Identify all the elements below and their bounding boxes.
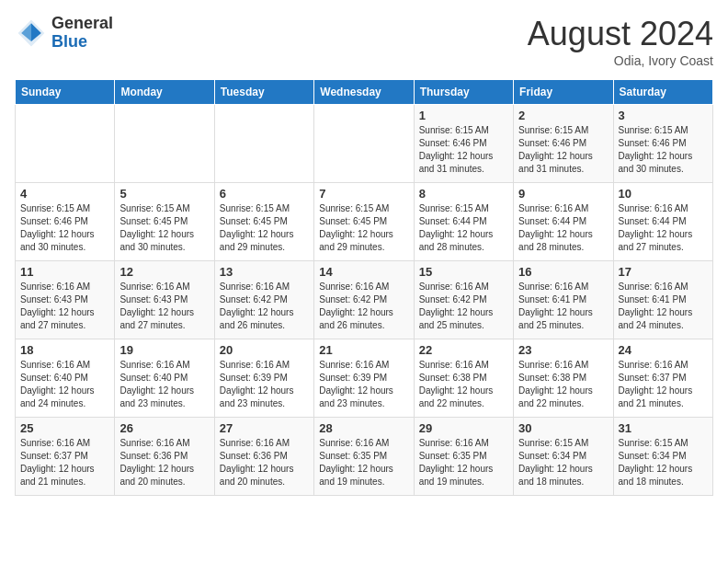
- day-detail: Sunrise: 6:16 AM Sunset: 6:43 PM Dayligh…: [20, 281, 109, 332]
- calendar-table: SundayMondayTuesdayWednesdayThursdayFrid…: [15, 79, 713, 496]
- header-cell-friday: Friday: [514, 80, 613, 105]
- day-number: 18: [20, 343, 109, 357]
- day-detail: Sunrise: 6:15 AM Sunset: 6:45 PM Dayligh…: [220, 202, 309, 254]
- day-cell: 1Sunrise: 6:15 AM Sunset: 6:46 PM Daylig…: [414, 105, 513, 183]
- day-detail: Sunrise: 6:16 AM Sunset: 6:44 PM Dayligh…: [619, 202, 708, 254]
- day-detail: Sunrise: 6:15 AM Sunset: 6:45 PM Dayligh…: [319, 202, 408, 254]
- header-row: SundayMondayTuesdayWednesdayThursdayFrid…: [16, 80, 713, 105]
- day-detail: Sunrise: 6:16 AM Sunset: 6:42 PM Dayligh…: [319, 281, 408, 332]
- logo-icon: [15, 17, 48, 50]
- logo-general: General: [51, 14, 113, 32]
- day-cell: 29Sunrise: 6:16 AM Sunset: 6:35 PM Dayli…: [414, 418, 513, 496]
- day-detail: Sunrise: 6:16 AM Sunset: 6:40 PM Dayligh…: [119, 359, 209, 410]
- day-cell: 7Sunrise: 6:15 AM Sunset: 6:45 PM Daylig…: [314, 183, 414, 261]
- day-detail: Sunrise: 6:16 AM Sunset: 6:36 PM Dayligh…: [220, 437, 309, 488]
- page-title: August 2024: [528, 15, 713, 53]
- day-number: 22: [419, 343, 508, 357]
- day-cell: 3Sunrise: 6:15 AM Sunset: 6:46 PM Daylig…: [613, 105, 712, 183]
- day-cell: 9Sunrise: 6:16 AM Sunset: 6:44 PM Daylig…: [514, 183, 613, 261]
- day-number: 4: [20, 187, 109, 201]
- day-number: 15: [419, 265, 508, 279]
- logo-text: General Blue: [51, 15, 113, 52]
- week-row-2: 4Sunrise: 6:15 AM Sunset: 6:46 PM Daylig…: [16, 183, 713, 261]
- day-cell: 6Sunrise: 6:15 AM Sunset: 6:45 PM Daylig…: [214, 183, 313, 261]
- day-detail: Sunrise: 6:15 AM Sunset: 6:46 PM Dayligh…: [419, 124, 508, 176]
- calendar-body: 1Sunrise: 6:15 AM Sunset: 6:46 PM Daylig…: [16, 105, 713, 496]
- day-cell: 15Sunrise: 6:16 AM Sunset: 6:42 PM Dayli…: [414, 261, 513, 339]
- day-detail: Sunrise: 6:16 AM Sunset: 6:42 PM Dayligh…: [220, 281, 309, 332]
- day-detail: Sunrise: 6:16 AM Sunset: 6:41 PM Dayligh…: [518, 281, 608, 332]
- day-cell: 16Sunrise: 6:16 AM Sunset: 6:41 PM Dayli…: [514, 261, 613, 339]
- day-cell: 18Sunrise: 6:16 AM Sunset: 6:40 PM Dayli…: [16, 339, 115, 418]
- day-detail: Sunrise: 6:16 AM Sunset: 6:40 PM Dayligh…: [20, 359, 109, 410]
- day-detail: Sunrise: 6:16 AM Sunset: 6:35 PM Dayligh…: [319, 437, 408, 488]
- day-detail: Sunrise: 6:16 AM Sunset: 6:44 PM Dayligh…: [518, 202, 608, 254]
- day-number: 20: [220, 343, 309, 357]
- header-cell-sunday: Sunday: [16, 80, 115, 105]
- day-cell: [214, 105, 313, 183]
- day-detail: Sunrise: 6:16 AM Sunset: 6:41 PM Dayligh…: [619, 281, 708, 332]
- day-detail: Sunrise: 6:16 AM Sunset: 6:36 PM Dayligh…: [119, 437, 209, 488]
- day-number: 8: [419, 187, 508, 201]
- day-cell: 8Sunrise: 6:15 AM Sunset: 6:44 PM Daylig…: [414, 183, 513, 261]
- day-cell: 11Sunrise: 6:16 AM Sunset: 6:43 PM Dayli…: [16, 261, 115, 339]
- page-location: Odia, Ivory Coast: [528, 53, 713, 68]
- day-number: 3: [619, 109, 708, 122]
- page-header: General Blue August 2024 Odia, Ivory Coa…: [15, 15, 713, 68]
- week-row-4: 18Sunrise: 6:16 AM Sunset: 6:40 PM Dayli…: [16, 339, 713, 418]
- day-number: 29: [419, 421, 508, 435]
- day-cell: [115, 105, 214, 183]
- day-detail: Sunrise: 6:16 AM Sunset: 6:38 PM Dayligh…: [419, 359, 508, 410]
- day-cell: 22Sunrise: 6:16 AM Sunset: 6:38 PM Dayli…: [414, 339, 513, 418]
- day-number: 11: [20, 265, 109, 279]
- header-cell-wednesday: Wednesday: [314, 80, 414, 105]
- week-row-5: 25Sunrise: 6:16 AM Sunset: 6:37 PM Dayli…: [16, 418, 713, 496]
- day-number: 6: [220, 187, 309, 201]
- day-number: 17: [619, 265, 708, 279]
- day-number: 31: [619, 421, 708, 435]
- day-cell: 19Sunrise: 6:16 AM Sunset: 6:40 PM Dayli…: [115, 339, 214, 418]
- day-number: 10: [619, 187, 708, 201]
- day-detail: Sunrise: 6:15 AM Sunset: 6:34 PM Dayligh…: [619, 437, 708, 488]
- day-number: 16: [518, 265, 608, 279]
- day-cell: 31Sunrise: 6:15 AM Sunset: 6:34 PM Dayli…: [613, 418, 712, 496]
- logo: General Blue: [15, 15, 113, 52]
- day-detail: Sunrise: 6:15 AM Sunset: 6:46 PM Dayligh…: [619, 124, 708, 176]
- day-number: 13: [220, 265, 309, 279]
- day-cell: 14Sunrise: 6:16 AM Sunset: 6:42 PM Dayli…: [314, 261, 414, 339]
- logo-blue: Blue: [51, 32, 87, 51]
- header-cell-tuesday: Tuesday: [214, 80, 313, 105]
- day-detail: Sunrise: 6:16 AM Sunset: 6:35 PM Dayligh…: [419, 437, 508, 488]
- day-number: 14: [319, 265, 408, 279]
- day-number: 28: [319, 421, 408, 435]
- day-number: 21: [319, 343, 408, 357]
- day-number: 19: [119, 343, 209, 357]
- day-cell: 23Sunrise: 6:16 AM Sunset: 6:38 PM Dayli…: [514, 339, 613, 418]
- day-number: 27: [220, 421, 309, 435]
- day-cell: 30Sunrise: 6:15 AM Sunset: 6:34 PM Dayli…: [514, 418, 613, 496]
- day-cell: 2Sunrise: 6:15 AM Sunset: 6:46 PM Daylig…: [514, 105, 613, 183]
- calendar-header: SundayMondayTuesdayWednesdayThursdayFrid…: [16, 80, 713, 105]
- day-cell: [16, 105, 115, 183]
- day-detail: Sunrise: 6:16 AM Sunset: 6:42 PM Dayligh…: [419, 281, 508, 332]
- day-detail: Sunrise: 6:16 AM Sunset: 6:37 PM Dayligh…: [619, 359, 708, 410]
- day-number: 7: [319, 187, 408, 201]
- day-cell: [314, 105, 414, 183]
- day-detail: Sunrise: 6:15 AM Sunset: 6:44 PM Dayligh…: [419, 202, 508, 254]
- day-detail: Sunrise: 6:15 AM Sunset: 6:46 PM Dayligh…: [518, 124, 608, 176]
- day-cell: 20Sunrise: 6:16 AM Sunset: 6:39 PM Dayli…: [214, 339, 313, 418]
- day-cell: 12Sunrise: 6:16 AM Sunset: 6:43 PM Dayli…: [115, 261, 214, 339]
- day-cell: 25Sunrise: 6:16 AM Sunset: 6:37 PM Dayli…: [16, 418, 115, 496]
- day-cell: 5Sunrise: 6:15 AM Sunset: 6:45 PM Daylig…: [115, 183, 214, 261]
- header-cell-thursday: Thursday: [414, 80, 513, 105]
- day-number: 2: [518, 109, 608, 122]
- day-detail: Sunrise: 6:15 AM Sunset: 6:46 PM Dayligh…: [20, 202, 109, 254]
- day-number: 24: [619, 343, 708, 357]
- day-number: 30: [518, 421, 608, 435]
- day-cell: 21Sunrise: 6:16 AM Sunset: 6:39 PM Dayli…: [314, 339, 414, 418]
- title-block: August 2024 Odia, Ivory Coast: [528, 15, 713, 68]
- header-cell-saturday: Saturday: [613, 80, 712, 105]
- day-number: 1: [419, 109, 508, 122]
- day-detail: Sunrise: 6:15 AM Sunset: 6:45 PM Dayligh…: [119, 202, 209, 254]
- day-cell: 26Sunrise: 6:16 AM Sunset: 6:36 PM Dayli…: [115, 418, 214, 496]
